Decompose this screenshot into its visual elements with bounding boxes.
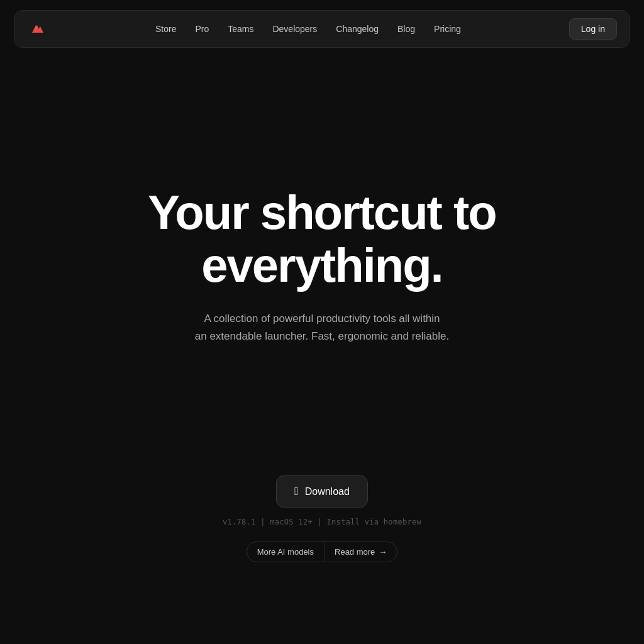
ai-badge: More AI models — [247, 542, 325, 562]
hero-subtitle: A collection of powerful productivity to… — [195, 310, 449, 344]
download-label: Download — [305, 486, 350, 497]
download-button[interactable]:  Download — [276, 475, 368, 508]
nav-links: Store Pro Teams Developers Changelog Blo… — [148, 20, 469, 38]
nav-teams[interactable]: Teams — [220, 20, 261, 38]
logo[interactable] — [27, 19, 47, 39]
nav-changelog[interactable]: Changelog — [328, 20, 386, 38]
login-button[interactable]: Log in — [569, 18, 617, 40]
os-requirement: macOS 12+ — [270, 518, 313, 526]
ai-banner: More AI models Read more → — [247, 541, 398, 562]
nav-pro[interactable]: Pro — [187, 20, 216, 38]
version-number: v1.78.1 — [223, 518, 256, 526]
arrow-icon: → — [379, 547, 387, 557]
hero-title: Your shortcut to everything. — [96, 186, 548, 291]
homebrew-text: Install via homebrew — [327, 518, 422, 526]
separator2: | — [317, 518, 326, 526]
download-section:  Download v1.78.1 | macOS 12+ | Install… — [223, 475, 421, 562]
nav-store[interactable]: Store — [148, 20, 184, 38]
version-info: v1.78.1 | macOS 12+ | Install via homebr… — [223, 518, 421, 526]
read-more-label: Read more — [335, 547, 375, 557]
apple-icon:  — [294, 485, 299, 498]
separator1: | — [260, 518, 270, 526]
nav-blog[interactable]: Blog — [390, 20, 423, 38]
ai-read-more-link[interactable]: Read more → — [325, 542, 397, 562]
nav-pricing[interactable]: Pricing — [426, 20, 469, 38]
navbar: Store Pro Teams Developers Changelog Blo… — [14, 10, 630, 48]
nav-developers[interactable]: Developers — [265, 20, 325, 38]
